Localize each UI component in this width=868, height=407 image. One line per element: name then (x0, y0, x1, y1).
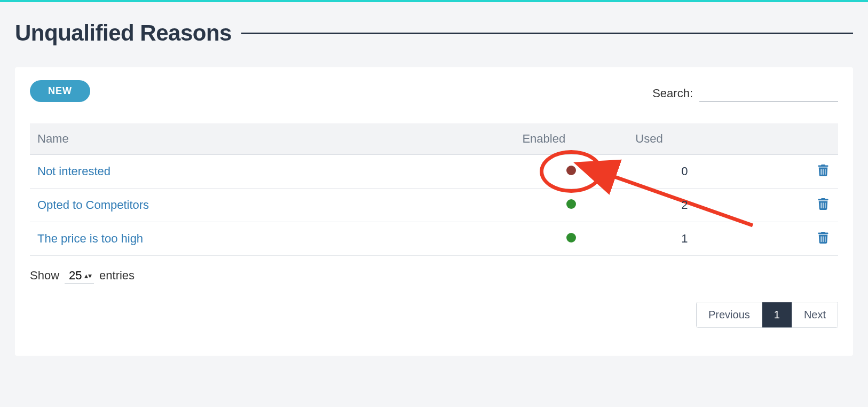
status-disabled-icon (566, 166, 576, 175)
page-title: Unqualified Reasons (15, 20, 232, 46)
content-panel: NEW Search: Name Enabled Used Not intere… (15, 67, 853, 356)
used-count: 2 (628, 189, 741, 222)
col-header-enabled[interactable]: Enabled (515, 123, 628, 155)
table-row: The price is too high1 (30, 222, 838, 256)
col-header-actions (741, 123, 838, 155)
length-control: Show 25 ▴▾ entries (30, 268, 838, 284)
status-enabled-icon (566, 199, 576, 209)
trash-icon (818, 170, 828, 178)
used-count: 1 (628, 222, 741, 256)
new-button[interactable]: NEW (30, 80, 90, 102)
trash-icon (818, 204, 828, 212)
pager-page-1-button[interactable]: 1 (762, 302, 792, 327)
trash-icon (818, 237, 828, 245)
reason-link[interactable]: The price is too high (37, 232, 143, 245)
panel-toolbar: NEW Search: (30, 80, 838, 102)
search-input[interactable] (699, 85, 838, 102)
reason-link[interactable]: Not interested (37, 165, 111, 178)
pagination-group: Previous 1 Next (696, 302, 838, 328)
pagination: Previous 1 Next (30, 302, 838, 328)
search-label: Search: (652, 87, 693, 100)
reasons-table: Name Enabled Used Not interested0Opted t… (30, 123, 838, 256)
search-group: Search: (652, 85, 838, 102)
used-count: 0 (628, 155, 741, 189)
status-enabled-icon (566, 233, 576, 242)
delete-button[interactable] (816, 197, 831, 213)
delete-button[interactable] (816, 163, 831, 179)
col-header-name[interactable]: Name (30, 123, 515, 155)
reason-link[interactable]: Opted to Competitors (37, 198, 149, 212)
col-header-used[interactable]: Used (628, 123, 741, 155)
pager-next-button[interactable]: Next (792, 302, 838, 327)
length-suffix: entries (99, 269, 135, 283)
table-row: Not interested0 (30, 155, 838, 189)
page-header: Unqualified Reasons (15, 20, 853, 46)
pager-prev-button[interactable]: Previous (697, 302, 762, 327)
table-row: Opted to Competitors2 (30, 189, 838, 222)
delete-button[interactable] (816, 231, 831, 246)
title-divider (241, 33, 853, 34)
length-select[interactable]: 25 (65, 268, 94, 284)
length-prefix: Show (30, 269, 59, 283)
page-container: Unqualified Reasons NEW Search: Name Ena… (0, 2, 868, 377)
